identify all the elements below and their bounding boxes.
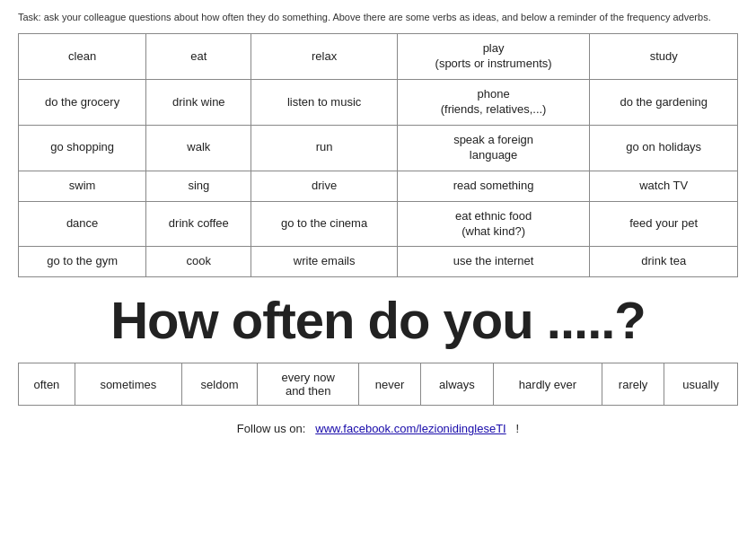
verb-cell: do the grocery (19, 80, 146, 126)
follow-us-section: Follow us on: www.facebook.com/lezionidi… (18, 422, 738, 435)
frequency-adverb: sometimes (75, 363, 181, 406)
frequency-adverb: always (421, 363, 494, 406)
verb-cell: drink tea (590, 247, 738, 277)
verb-cell: walk (146, 125, 251, 171)
verb-cell: go to the cinema (251, 201, 397, 247)
verb-cell: run (251, 125, 397, 171)
frequency-adverb: hardly ever (493, 363, 602, 406)
main-heading: How often do you .....? (18, 290, 738, 350)
verb-cell: study (590, 34, 738, 80)
verb-cell: use the internet (397, 247, 590, 277)
frequency-adverb: often (19, 363, 75, 406)
verb-cell: cook (146, 247, 251, 277)
verb-cell: watch TV (590, 171, 738, 201)
verb-cell: drive (251, 171, 397, 201)
verb-cell: drink coffee (146, 201, 251, 247)
verb-cell: sing (146, 171, 251, 201)
verb-cell: go on holidays (590, 125, 738, 171)
verb-cell: eat (146, 34, 251, 80)
frequency-adverb: never (359, 363, 421, 406)
verb-cell: do the gardening (590, 80, 738, 126)
verbs-table: cleaneatrelaxplay(sports or instruments)… (18, 33, 738, 277)
verb-cell: clean (19, 34, 146, 80)
verb-cell: drink wine (146, 80, 251, 126)
verb-cell: swim (19, 171, 146, 201)
follow-us-label: Follow us on: (237, 422, 306, 435)
verb-cell: go shopping (19, 125, 146, 171)
verb-cell: feed your pet (590, 201, 738, 247)
verb-cell: listen to music (251, 80, 397, 126)
verb-cell: dance (19, 201, 146, 247)
task-description: Task: ask your colleague questions about… (18, 11, 738, 24)
verb-cell: play(sports or instruments) (397, 34, 590, 80)
frequency-adverb: rarely (602, 363, 664, 406)
verb-cell: write emails (251, 247, 397, 277)
verb-cell: read something (397, 171, 590, 201)
frequency-adverb: every nowand then (258, 363, 359, 406)
verb-cell: go to the gym (19, 247, 146, 277)
facebook-link[interactable]: www.facebook.com/lezionidingleseTI (315, 422, 505, 435)
frequency-adverb: seldom (181, 363, 257, 406)
verb-cell: eat ethnic food(what kind?) (397, 201, 590, 247)
frequency-table: oftensometimesseldomevery nowand thennev… (18, 363, 738, 406)
frequency-adverb: usually (664, 363, 737, 406)
verb-cell: phone(friends, relatives,...) (397, 80, 590, 126)
follow-us-exclamation: ! (516, 422, 520, 435)
verb-cell: speak a foreignlanguage (397, 125, 590, 171)
verb-cell: relax (251, 34, 397, 80)
